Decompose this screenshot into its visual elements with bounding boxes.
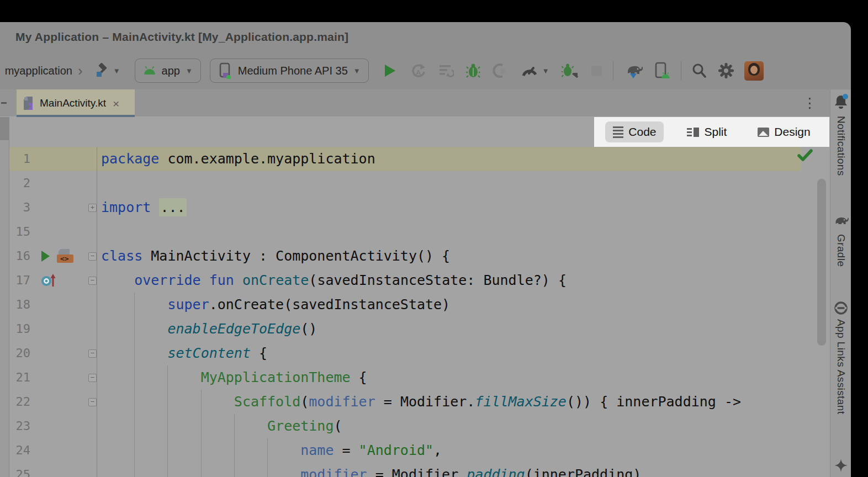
breadcrumb[interactable]: myapplication xyxy=(5,65,72,77)
tab-mainactivity[interactable]: MainActivity.kt × xyxy=(17,89,135,117)
code-line-22[interactable]: 22− Scaffold(modifier = Modifier.fillMax… xyxy=(9,390,829,414)
code-text[interactable]: name = "Android", xyxy=(97,438,442,463)
code-line-1[interactable]: 1package com.example.myapplication xyxy=(9,147,829,171)
fold-plus-icon[interactable]: + xyxy=(88,204,97,212)
code-line-19[interactable]: 19 enableEdgeToEdge() xyxy=(9,317,829,341)
code-text[interactable]: override fun onCreate(savedInstanceState… xyxy=(97,268,567,293)
compose-preview-icon[interactable]: <> xyxy=(55,248,75,264)
view-design-button[interactable]: Design xyxy=(750,121,818,142)
run-button[interactable] xyxy=(383,63,396,78)
fold-minus-icon[interactable]: − xyxy=(88,277,97,285)
sidebar-item-app-links-assistant[interactable]: App Links Assistant xyxy=(830,319,851,414)
fold-minus-icon[interactable]: − xyxy=(88,374,97,382)
module-selector-button[interactable]: app ▼ xyxy=(135,59,201,83)
view-split-button[interactable]: Split xyxy=(679,121,734,142)
gutter-icons xyxy=(30,341,88,365)
editor-tab-bar: MainActivity.kt × ⋮ xyxy=(0,89,851,117)
line-number[interactable]: 17 xyxy=(9,268,30,293)
profiler-dropdown-caret-icon[interactable]: ▼ xyxy=(542,67,549,75)
code-text[interactable]: super.onCreate(savedInstanceState) xyxy=(97,293,450,317)
fold-column: − xyxy=(88,365,97,390)
fold-minus-icon[interactable]: − xyxy=(88,252,97,261)
tab-options-ellipsis-icon[interactable]: ⋮ xyxy=(803,95,817,111)
line-number[interactable]: 19 xyxy=(9,317,30,341)
line-number[interactable]: 22 xyxy=(9,390,30,414)
code-text[interactable]: modifier = Modifier.padding(innerPadding… xyxy=(97,463,641,477)
line-number[interactable]: 25 xyxy=(9,463,30,477)
device-label: Medium Phone API 35 xyxy=(238,65,348,77)
code-text[interactable]: enableEdgeToEdge() xyxy=(97,317,317,341)
user-avatar[interactable] xyxy=(744,61,764,81)
code-text[interactable]: MyApplicationTheme { xyxy=(97,365,367,390)
fold-column: − xyxy=(88,390,97,414)
code-line-21[interactable]: 21− MyApplicationTheme { xyxy=(9,365,829,390)
gutter-icons xyxy=(30,390,88,414)
device-selector-button[interactable]: Medium Phone API 35 ▼ xyxy=(210,59,369,83)
notifications-bell-icon[interactable] xyxy=(830,94,851,110)
gutter-icons xyxy=(30,438,88,463)
view-code-button[interactable]: Code xyxy=(605,121,664,142)
code-line-23[interactable]: 23 Greeting( xyxy=(9,414,829,438)
app-links-icon[interactable] xyxy=(830,300,851,316)
app-links-label: App Links Assistant xyxy=(835,319,847,414)
gutter-icons xyxy=(30,171,88,195)
settings-gear-icon[interactable] xyxy=(718,62,734,79)
profiler-icon[interactable] xyxy=(521,63,538,78)
code-line-15[interactable]: 15 xyxy=(9,220,829,244)
debug-button[interactable] xyxy=(466,63,480,78)
line-number[interactable]: 21 xyxy=(9,365,30,390)
line-number[interactable]: 3 xyxy=(9,195,30,220)
gradle-sync-icon[interactable] xyxy=(624,62,643,79)
code-text[interactable] xyxy=(97,220,101,244)
code-line-2[interactable]: 2 xyxy=(9,171,829,195)
left-stripe-dash-icon[interactable] xyxy=(1,102,7,104)
toolbar-divider xyxy=(681,61,681,80)
gemini-sparkle-icon[interactable] xyxy=(830,458,851,473)
code-line-24[interactable]: 24 name = "Android", xyxy=(9,438,829,463)
fold-column: + xyxy=(88,195,97,220)
sidebar-item-gradle[interactable]: Gradle xyxy=(830,234,851,267)
breadcrumb-chevron-icon: › xyxy=(78,63,83,78)
sidebar-item-notifications[interactable]: Notifications xyxy=(830,116,851,176)
inspection-check-icon[interactable] xyxy=(797,148,813,163)
editor-scrollbar-thumb[interactable] xyxy=(817,179,826,346)
gutter-icons xyxy=(30,414,88,438)
code-text[interactable]: Scaffold(modifier = Modifier.fillMaxSize… xyxy=(97,390,741,414)
code-line-16[interactable]: 16<>−class MainActivity : ComponentActiv… xyxy=(9,244,829,268)
code-text[interactable]: setContent { xyxy=(97,341,267,365)
line-number[interactable]: 24 xyxy=(9,438,30,463)
code-line-18[interactable]: 18 super.onCreate(savedInstanceState) xyxy=(9,293,829,317)
code-view-icon xyxy=(613,126,623,138)
fold-column: − xyxy=(88,244,97,268)
line-number[interactable]: 23 xyxy=(9,414,30,438)
search-icon[interactable] xyxy=(691,63,707,78)
line-number[interactable]: 20 xyxy=(9,341,30,365)
line-number[interactable]: 15 xyxy=(9,220,30,244)
gutter-icons xyxy=(30,365,88,390)
line-number[interactable]: 18 xyxy=(9,293,30,317)
line-number[interactable]: 1 xyxy=(9,147,30,171)
run-icon[interactable] xyxy=(40,250,50,262)
build-hammer-icon[interactable] xyxy=(94,63,109,78)
code-text[interactable]: package com.example.myapplication xyxy=(97,147,375,171)
fold-minus-icon[interactable]: − xyxy=(88,349,97,358)
code-line-25[interactable]: 25 modifier = Modifier.padding(innerPadd… xyxy=(9,463,829,477)
code-line-20[interactable]: 20− setContent { xyxy=(9,341,829,365)
code-line-17[interactable]: 17− override fun onCreate(savedInstanceS… xyxy=(9,268,829,293)
code-text[interactable] xyxy=(97,171,101,195)
fold-minus-icon[interactable]: − xyxy=(88,398,97,406)
line-number[interactable]: 16 xyxy=(9,244,30,268)
gradle-label: Gradle xyxy=(835,234,847,267)
device-manager-icon[interactable] xyxy=(654,62,670,80)
tab-close-icon[interactable]: × xyxy=(113,98,119,109)
profile-debuggable-icon[interactable] xyxy=(562,63,578,78)
code-text[interactable]: import ... xyxy=(97,195,187,220)
fold-column xyxy=(88,463,97,477)
code-text[interactable]: class MainActivity : ComponentActivity()… xyxy=(97,244,450,268)
build-dropdown-caret-icon[interactable]: ▼ xyxy=(113,67,120,75)
override-icon[interactable] xyxy=(40,273,57,288)
code-line-3[interactable]: 3+import ... xyxy=(9,195,829,220)
gradle-elephant-icon[interactable] xyxy=(830,214,851,227)
line-number[interactable]: 2 xyxy=(9,171,30,195)
apply-changes-icon: A xyxy=(411,63,426,78)
